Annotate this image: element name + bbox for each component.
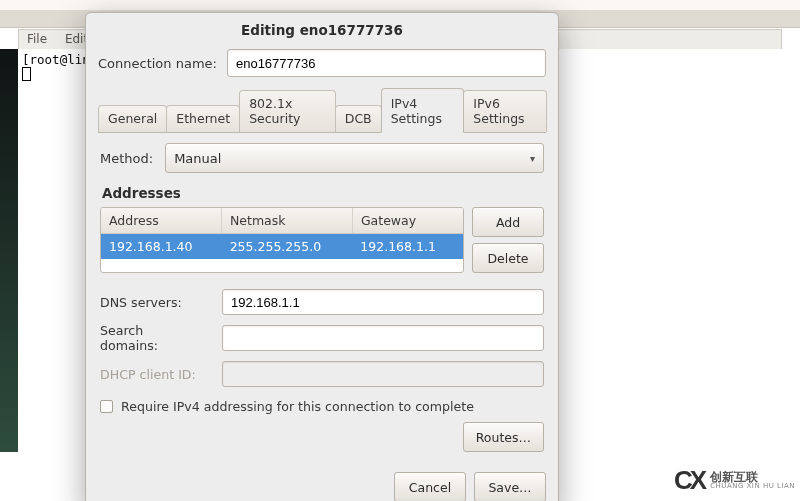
tabs: General Ethernet 802.1x Security DCB IPv… xyxy=(98,88,546,133)
cell-netmask[interactable]: 255.255.255.0 xyxy=(222,234,353,259)
col-netmask: Netmask xyxy=(222,208,353,233)
col-address: Address xyxy=(101,208,222,233)
dhcp-client-id-input xyxy=(222,361,544,387)
search-domains-label: Search domains: xyxy=(100,323,202,353)
watermark: CX 创新互联 CHUANG XIN HU LIAN xyxy=(674,465,795,496)
require-ipv4-label: Require IPv4 addressing for this connect… xyxy=(121,399,474,414)
table-row[interactable]: 192.168.1.40 255.255.255.0 192.168.1.1 xyxy=(101,234,463,259)
terminal-line: [root@lin xyxy=(22,52,90,67)
dialog-title: Editing eno16777736 xyxy=(86,13,558,46)
dhcp-client-id-label: DHCP client ID: xyxy=(100,367,202,382)
terminal-cursor xyxy=(22,67,31,81)
chevron-down-icon: ▾ xyxy=(530,153,535,164)
cell-address[interactable]: 192.168.1.40 xyxy=(101,234,222,259)
menu-file[interactable]: File xyxy=(27,32,47,46)
save-button[interactable]: Save… xyxy=(474,472,546,501)
tab-dcb[interactable]: DCB xyxy=(335,105,382,132)
require-ipv4-checkbox[interactable] xyxy=(100,400,113,413)
tab-general[interactable]: General xyxy=(98,105,167,132)
method-label: Method: xyxy=(100,151,153,166)
search-domains-input[interactable] xyxy=(222,325,544,351)
tab-ethernet[interactable]: Ethernet xyxy=(166,105,240,132)
method-select[interactable]: Manual ▾ xyxy=(165,143,544,173)
connection-name-input[interactable] xyxy=(227,49,546,77)
addresses-table-header: Address Netmask Gateway xyxy=(101,208,463,234)
nm-connection-editor-dialog: Editing eno16777736 Connection name: Gen… xyxy=(85,12,559,501)
add-button[interactable]: Add xyxy=(472,207,544,237)
connection-name-label: Connection name: xyxy=(98,56,217,71)
method-value: Manual xyxy=(174,151,221,166)
cell-gateway[interactable]: 192.168.1.1 xyxy=(352,234,463,259)
routes-button[interactable]: Routes… xyxy=(463,422,544,452)
tab-8021x-security[interactable]: 802.1x Security xyxy=(239,90,336,132)
col-gateway: Gateway xyxy=(353,208,463,233)
watermark-py: CHUANG XIN HU LIAN xyxy=(710,483,795,490)
dns-servers-label: DNS servers: xyxy=(100,295,202,310)
dns-servers-input[interactable] xyxy=(222,289,544,315)
tab-ipv4-settings[interactable]: IPv4 Settings xyxy=(381,88,465,133)
watermark-logo-icon: CX xyxy=(674,465,704,496)
addresses-header: Addresses xyxy=(102,185,544,201)
cancel-button[interactable]: Cancel xyxy=(394,472,466,501)
delete-button[interactable]: Delete xyxy=(472,243,544,273)
tab-ipv6-settings[interactable]: IPv6 Settings xyxy=(463,90,547,132)
addresses-table[interactable]: Address Netmask Gateway 192.168.1.40 255… xyxy=(100,207,464,273)
